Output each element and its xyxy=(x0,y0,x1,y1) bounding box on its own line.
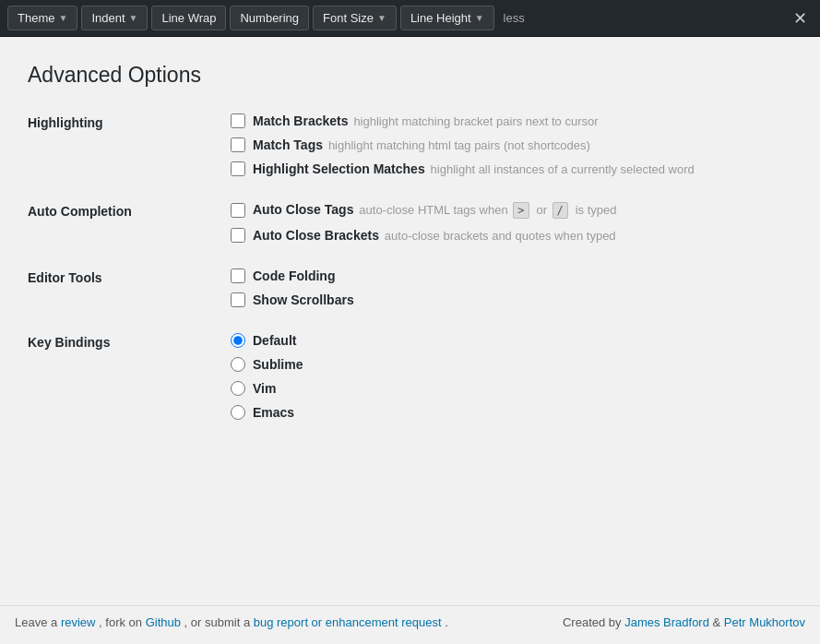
binding-emacs-radio[interactable] xyxy=(231,405,245,420)
footer-author1-link[interactable]: James Bradford xyxy=(624,615,709,629)
show-scrollbars-checkbox[interactable] xyxy=(231,292,245,307)
main-panel: Advanced Options Highlighting Match Brac… xyxy=(0,37,820,605)
binding-vim-radio[interactable] xyxy=(231,381,245,396)
theme-arrow-icon: ▼ xyxy=(58,13,67,23)
footer-bug-link[interactable]: bug report or enhancement request xyxy=(254,615,442,629)
binding-sublime-radio[interactable] xyxy=(231,357,245,372)
footer-and-text: & xyxy=(713,615,724,629)
indent-arrow-icon: ▼ xyxy=(129,13,138,23)
editor-tools-label: Editor Tools xyxy=(28,268,231,307)
highlight-selection-row: Highlight Selection Matches highlight al… xyxy=(231,161,792,176)
code-slash-icon: / xyxy=(553,202,568,219)
match-tags-row: Match Tags highlight matching html tag p… xyxy=(231,137,792,152)
theme-label: Theme xyxy=(18,11,54,25)
footer-text-before-github: , fork on xyxy=(99,615,146,629)
auto-completion-options: Auto Close Tags auto-close HTML tags whe… xyxy=(231,202,792,243)
highlighting-label: Highlighting xyxy=(28,113,231,176)
close-icon: ✕ xyxy=(793,9,807,28)
auto-close-tags-row: Auto Close Tags auto-close HTML tags whe… xyxy=(231,202,792,219)
highlighting-options: Match Brackets highlight matching bracke… xyxy=(231,113,792,176)
fontsize-label: Font Size xyxy=(323,11,374,25)
footer: Leave a review , fork on Github , or sub… xyxy=(0,605,820,638)
binding-vim-label: Vim xyxy=(253,381,276,396)
match-brackets-label: Match Brackets highlight matching bracke… xyxy=(253,113,599,128)
lineheight-arrow-icon: ▼ xyxy=(475,13,484,23)
footer-text-before-review: Leave a xyxy=(15,615,61,629)
auto-close-brackets-checkbox[interactable] xyxy=(231,228,245,243)
linewrap-button[interactable]: Line Wrap xyxy=(151,6,226,30)
binding-sublime-row: Sublime xyxy=(231,357,792,372)
numbering-button[interactable]: Numbering xyxy=(230,6,309,30)
binding-default-row: Default xyxy=(231,333,792,348)
key-bindings-options: Default Sublime Vim Emacs xyxy=(231,333,792,420)
theme-button[interactable]: Theme ▼ xyxy=(7,6,77,30)
linewrap-label: Line Wrap xyxy=(161,11,216,25)
match-brackets-row: Match Brackets highlight matching bracke… xyxy=(231,113,792,128)
footer-right: Created by James Bradford & Petr Mukhort… xyxy=(563,615,805,629)
footer-text-before-bug: , or submit a xyxy=(184,615,254,629)
numbering-label: Numbering xyxy=(240,11,299,25)
binding-vim-row: Vim xyxy=(231,381,792,396)
binding-sublime-label: Sublime xyxy=(253,357,303,372)
code-folding-checkbox[interactable] xyxy=(231,268,245,283)
fontsize-button[interactable]: Font Size ▼ xyxy=(313,6,397,30)
highlighting-section: Highlighting Match Brackets highlight ma… xyxy=(28,113,792,176)
code-folding-label: Code Folding xyxy=(253,268,335,283)
less-button[interactable]: less xyxy=(498,6,530,30)
footer-left: Leave a review , fork on Github , or sub… xyxy=(15,615,448,629)
key-bindings-section: Key Bindings Default Sublime Vim xyxy=(28,333,792,420)
show-scrollbars-row: Show Scrollbars xyxy=(231,292,792,307)
match-brackets-checkbox[interactable] xyxy=(231,113,245,128)
code-gt-icon: > xyxy=(513,202,529,219)
highlight-selection-checkbox[interactable] xyxy=(231,161,245,176)
editor-tools-section: Editor Tools Code Folding Show Scrollbar… xyxy=(28,268,792,307)
auto-close-brackets-label: Auto Close Brackets auto-close brackets … xyxy=(253,228,616,243)
toolbar: Theme ▼ Indent ▼ Line Wrap Numbering Fon… xyxy=(0,0,820,37)
panel-title: Advanced Options xyxy=(28,63,792,88)
lineheight-label: Line Height xyxy=(410,11,471,25)
code-folding-row: Code Folding xyxy=(231,268,792,283)
auto-completion-section: Auto Completion Auto Close Tags auto-clo… xyxy=(28,202,792,243)
auto-close-tags-checkbox[interactable] xyxy=(231,203,245,218)
highlight-selection-label: Highlight Selection Matches highlight al… xyxy=(253,161,695,176)
fontsize-arrow-icon: ▼ xyxy=(377,13,386,23)
indent-label: Indent xyxy=(91,11,125,25)
close-button[interactable]: ✕ xyxy=(788,8,813,29)
match-tags-label: Match Tags highlight matching html tag p… xyxy=(253,137,590,152)
binding-emacs-label: Emacs xyxy=(253,405,294,420)
footer-created-text: Created by xyxy=(563,615,624,629)
binding-default-label: Default xyxy=(253,333,296,348)
show-scrollbars-label: Show Scrollbars xyxy=(253,292,354,307)
footer-author2-link[interactable]: Petr Mukhortov xyxy=(724,615,805,629)
binding-default-radio[interactable] xyxy=(231,333,245,348)
auto-close-brackets-row: Auto Close Brackets auto-close brackets … xyxy=(231,228,792,243)
footer-review-link[interactable]: review xyxy=(61,615,96,629)
auto-close-tags-label: Auto Close Tags auto-close HTML tags whe… xyxy=(253,202,617,219)
footer-github-link[interactable]: Github xyxy=(146,615,181,629)
auto-completion-label: Auto Completion xyxy=(28,202,231,243)
key-bindings-label: Key Bindings xyxy=(28,333,231,420)
footer-text-end: . xyxy=(445,615,448,629)
lineheight-button[interactable]: Line Height ▼ xyxy=(400,6,494,30)
editor-tools-options: Code Folding Show Scrollbars xyxy=(231,268,792,307)
binding-emacs-row: Emacs xyxy=(231,405,792,420)
match-tags-checkbox[interactable] xyxy=(231,137,245,152)
indent-button[interactable]: Indent ▼ xyxy=(81,6,148,30)
